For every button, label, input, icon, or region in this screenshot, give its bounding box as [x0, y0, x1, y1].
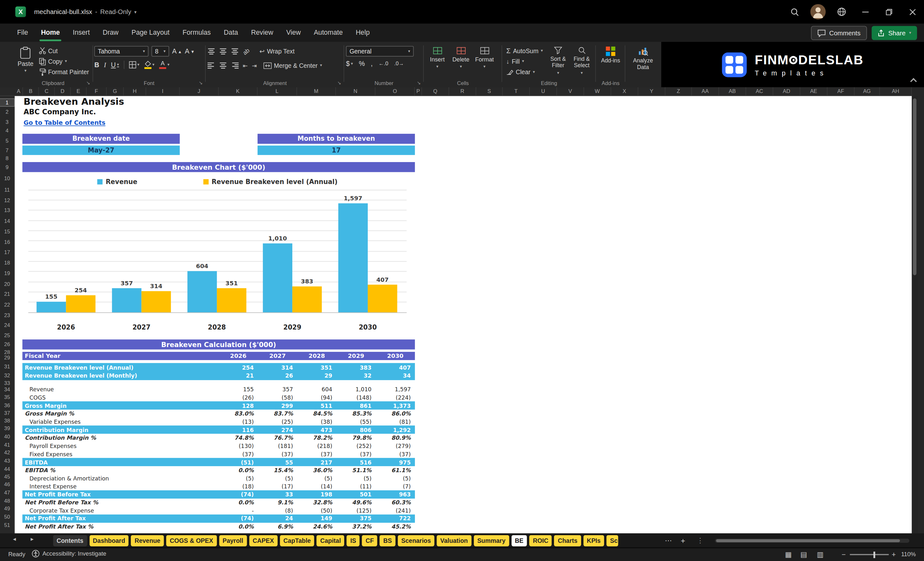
- row-header-20[interactable]: 20: [0, 280, 14, 288]
- ribbon-tab-automate[interactable]: Automate: [307, 24, 349, 42]
- cell-value[interactable]: 15.4%: [258, 467, 297, 473]
- column-header-x[interactable]: X: [611, 87, 638, 96]
- cell-value[interactable]: 149: [297, 515, 336, 522]
- copy-button[interactable]: Copy ▾: [36, 56, 92, 66]
- row-header-21[interactable]: 21: [0, 291, 14, 298]
- sheet-tab-capex[interactable]: CAPEX: [249, 535, 278, 546]
- cell-value[interactable]: 32: [336, 372, 376, 379]
- cell-value[interactable]: 24.6%: [297, 524, 336, 530]
- comma-style-button[interactable]: ,: [371, 60, 373, 67]
- row-header-49[interactable]: 49: [0, 505, 14, 512]
- row-header-48[interactable]: 48: [0, 497, 14, 504]
- vertical-scrollbar[interactable]: [912, 96, 918, 533]
- cell-value[interactable]: 516: [336, 459, 376, 465]
- page-break-view-icon[interactable]: ▥: [817, 550, 824, 559]
- row-label[interactable]: EBITDA %: [22, 467, 218, 473]
- ribbon-tab-review[interactable]: Review: [244, 24, 280, 42]
- cell-value[interactable]: 83.0%: [219, 410, 258, 417]
- sheet-tab-summary[interactable]: Summary: [474, 535, 509, 546]
- column-header-r[interactable]: R: [449, 87, 476, 96]
- column-header-j[interactable]: J: [180, 87, 219, 96]
- decrease-indent-button[interactable]: ⇤: [243, 62, 248, 69]
- row-header-50[interactable]: 50: [0, 513, 14, 520]
- row-header-26[interactable]: 26: [0, 340, 14, 348]
- row-header-42[interactable]: 42: [0, 449, 14, 456]
- cell-value[interactable]: 254: [219, 364, 258, 370]
- user-avatar[interactable]: [810, 4, 826, 20]
- underline-button[interactable]: U▾: [111, 61, 119, 68]
- cell-value[interactable]: 37.2%: [336, 524, 376, 530]
- row-header-25[interactable]: 25: [0, 332, 14, 339]
- fiscal-year-header[interactable]: Fiscal Year: [22, 352, 218, 359]
- sheet-tab-cf[interactable]: CF: [362, 535, 377, 546]
- cell-value[interactable]: 34: [376, 372, 415, 379]
- sheet-tab-revenue[interactable]: Revenue: [131, 535, 164, 546]
- row-header-10[interactable]: 10: [0, 175, 14, 182]
- ribbon-tab-view[interactable]: View: [280, 24, 307, 42]
- font-name-select[interactable]: Tahoma▾: [94, 46, 148, 56]
- tab-splitter-handle[interactable]: ⋮: [697, 535, 704, 546]
- comments-button[interactable]: Comments: [811, 26, 867, 40]
- cell-value[interactable]: 84.5%: [297, 410, 336, 417]
- row-header-5[interactable]: 5: [0, 137, 14, 144]
- cell-value[interactable]: 351: [297, 364, 336, 370]
- ribbon-tab-page-layout[interactable]: Page Layout: [125, 24, 176, 42]
- cell-value[interactable]: 604: [297, 386, 336, 393]
- cell-value[interactable]: (50): [297, 507, 336, 513]
- sheet-title-cell[interactable]: Breakeven Analysis: [24, 97, 124, 107]
- row-label[interactable]: Contribution Margin %: [22, 435, 218, 441]
- bold-button[interactable]: B: [94, 61, 99, 68]
- sheet-tab-cogs-opex[interactable]: COGS & OPEX: [166, 535, 216, 546]
- cell-value[interactable]: (17): [258, 483, 297, 489]
- months-to-breakeven-value[interactable]: 17: [258, 146, 415, 155]
- cell-value[interactable]: (38): [297, 418, 336, 425]
- column-header-g[interactable]: G: [106, 87, 124, 96]
- sheet-tab-kpis[interactable]: KPIs: [583, 535, 604, 546]
- row-header-37[interactable]: 37: [0, 410, 14, 417]
- font-color-button[interactable]: A ▾: [159, 60, 170, 69]
- sheet-tab-is[interactable]: IS: [347, 535, 360, 546]
- row-header-47[interactable]: 47: [0, 489, 14, 496]
- row-header-8[interactable]: 8: [0, 155, 14, 162]
- row-header-51[interactable]: 51: [0, 522, 14, 528]
- column-header-b[interactable]: B: [23, 87, 39, 96]
- column-header-l[interactable]: L: [258, 87, 297, 96]
- row-label[interactable]: Corporate Tax Expense: [22, 507, 218, 513]
- year-header-2030[interactable]: 2030: [376, 352, 415, 359]
- breakeven-date-header[interactable]: Breakeven date: [22, 134, 180, 144]
- ribbon-tab-help[interactable]: Help: [349, 24, 376, 42]
- font-dialog-launcher[interactable]: ↘: [199, 80, 202, 86]
- merge-center-button[interactable]: Merge & Center ▾: [261, 60, 324, 70]
- cell-value[interactable]: 21: [219, 372, 258, 379]
- align-middle-button[interactable]: [219, 48, 227, 54]
- row-header-1[interactable]: 1: [0, 99, 14, 106]
- cell-value[interactable]: (130): [219, 442, 258, 449]
- accounting-format-button[interactable]: $▾: [346, 60, 353, 67]
- increase-indent-button[interactable]: ⇥: [252, 62, 257, 69]
- horizontal-scrollbar[interactable]: [715, 539, 909, 543]
- cell-value[interactable]: (81): [376, 418, 415, 425]
- year-header-2029[interactable]: 2029: [336, 352, 376, 359]
- align-bottom-button[interactable]: [231, 48, 239, 54]
- find-select-button[interactable]: Find & Select ▾: [570, 42, 594, 77]
- row-label[interactable]: Contribution Margin: [22, 427, 218, 433]
- row-header-14[interactable]: 14: [0, 218, 14, 225]
- cell-value[interactable]: 29: [297, 372, 336, 379]
- sheet-tab-dashboard[interactable]: Dashboard: [89, 535, 129, 546]
- align-center-button[interactable]: [219, 62, 227, 69]
- row-header-12[interactable]: 12: [0, 197, 14, 204]
- ribbon-tab-insert[interactable]: Insert: [66, 24, 96, 42]
- cell-value[interactable]: 24: [258, 515, 297, 522]
- column-header-h[interactable]: H: [124, 87, 146, 96]
- align-left-button[interactable]: [208, 62, 215, 69]
- column-header-ac[interactable]: AC: [746, 87, 773, 96]
- row-label[interactable]: EBITDA: [22, 459, 218, 465]
- breakeven-date-value[interactable]: May-27: [22, 146, 180, 155]
- close-button[interactable]: [900, 0, 924, 24]
- cell-value[interactable]: 0.0%: [219, 467, 258, 473]
- cell-value[interactable]: (14): [297, 483, 336, 489]
- row-header-15[interactable]: 15: [0, 228, 14, 235]
- cell-value[interactable]: 501: [336, 491, 376, 497]
- cell-value[interactable]: 116: [219, 427, 258, 433]
- decrease-font-button[interactable]: A▼: [184, 48, 195, 55]
